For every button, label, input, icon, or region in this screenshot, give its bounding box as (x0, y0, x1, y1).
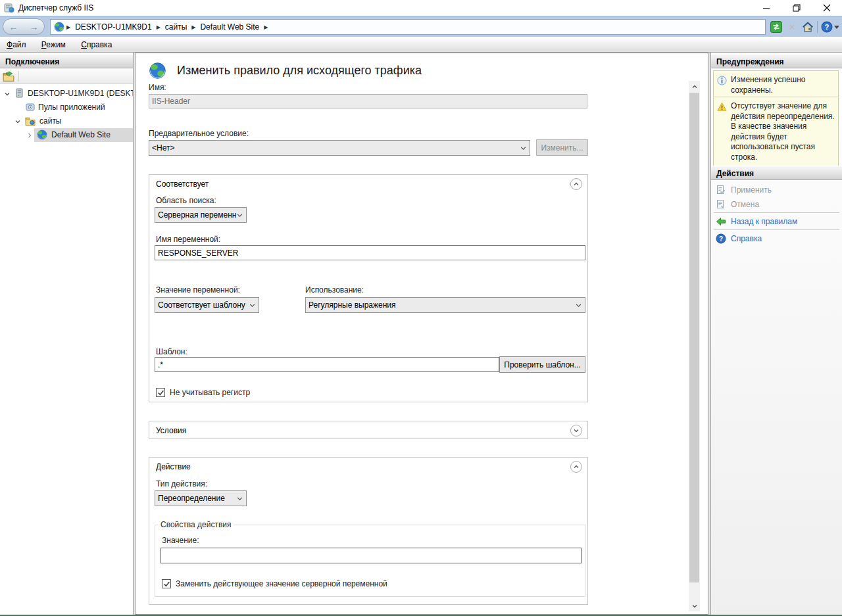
scope-select[interactable]: Серверная переменн (155, 207, 247, 223)
menu-view[interactable]: Режим (35, 37, 72, 49)
checkmark-icon (163, 580, 170, 588)
chevron-down-icon[interactable] (14, 118, 21, 124)
variable-name-input[interactable] (155, 245, 585, 260)
variable-name-label: Имя переменной: (156, 235, 220, 244)
actions-sidebar: Предупреждения Изменения успешно сохране… (710, 53, 842, 615)
minimize-button[interactable] (751, 0, 781, 16)
actions-separator (714, 212, 839, 213)
chevron-up-icon (691, 83, 698, 90)
action-properties-group: Свойства действия Значение: Заменить дей… (155, 520, 585, 597)
iis-app-icon (4, 3, 14, 13)
breadcrumb-item-sites[interactable]: сайты (162, 22, 190, 32)
cancel-label: Отмена (731, 200, 759, 209)
pattern-label: Шаблон: (156, 347, 187, 356)
checkmark-icon (157, 389, 164, 396)
variable-value-label: Значение переменной: (156, 285, 240, 295)
name-label: Имя: (149, 83, 166, 92)
work-area: Подключения DESKTOP-U1MK9D1 (DESKTOP (0, 53, 842, 616)
replace-checkbox[interactable] (162, 579, 171, 588)
cancel-action: Отмена (712, 197, 841, 211)
tree-item-server[interactable]: DESKTOP-U1MK9D1 (DESKTOP (0, 87, 133, 101)
svg-text:?: ? (825, 23, 830, 31)
toolbar-separator (817, 21, 818, 33)
vertical-scrollbar[interactable] (689, 81, 700, 611)
svg-text:?: ? (719, 235, 723, 242)
breadcrumb-item-default-web-site[interactable]: Default Web Site (197, 22, 262, 32)
close-button[interactable] (812, 0, 842, 16)
tree-item-label: Пулы приложений (38, 103, 105, 112)
conditions-section: Условия (149, 421, 588, 439)
variable-value-select[interactable]: Соответствует шаблону (155, 297, 259, 313)
match-section-title: Соответствует (156, 179, 209, 189)
globe-icon (54, 22, 64, 32)
action-properties-title: Свойства действия (158, 520, 234, 529)
precondition-select[interactable]: <Нет> (149, 140, 530, 156)
tree-item-label: DESKTOP-U1MK9D1 (DESKTOP (28, 89, 133, 98)
breadcrumb-item-server[interactable]: DESKTOP-U1MK9D1 (72, 22, 154, 32)
restore-button[interactable] (781, 0, 812, 16)
scrollbar-up-arrow[interactable] (689, 81, 700, 92)
help-dropdown-caret[interactable] (834, 26, 839, 29)
home-icon[interactable] (801, 20, 814, 34)
connections-toolbar (0, 68, 133, 84)
action-value-input[interactable] (161, 548, 582, 563)
connections-tree: DESKTOP-U1MK9D1 (DESKTOP Пулы приложений… (0, 84, 133, 142)
chevron-down-icon (691, 603, 698, 609)
actions-header: Действия (711, 166, 842, 180)
apply-action: Применить (712, 183, 841, 197)
chevron-down-icon (236, 212, 243, 219)
help-icon[interactable]: ? (820, 20, 833, 34)
ignore-case-checkbox[interactable] (156, 388, 165, 397)
value-label: Значение: (162, 536, 199, 545)
scrollbar-thumb[interactable] (689, 93, 699, 582)
menu-help[interactable]: Справка (74, 37, 118, 49)
chevron-up-icon (573, 181, 580, 187)
conditions-section-title: Условия (156, 426, 186, 435)
apply-label: Применить (731, 185, 772, 195)
collapse-section-button[interactable] (570, 461, 582, 473)
using-select[interactable]: Регулярные выражения (305, 297, 585, 313)
breadcrumb-arrow-icon: ▶ (64, 24, 72, 30)
pattern-input[interactable] (155, 357, 499, 372)
chevron-down-icon (520, 145, 527, 152)
restart-icon[interactable] (770, 20, 783, 34)
info-icon (717, 76, 727, 95)
edit-precondition-button: Изменить... (536, 139, 588, 156)
chevron-down-icon (573, 427, 580, 434)
scrollbar-down-arrow[interactable] (689, 600, 700, 611)
expand-section-button[interactable] (570, 425, 582, 437)
forward-icon: → (30, 22, 39, 32)
action-type-select[interactable]: Переопределение (155, 490, 247, 506)
warning-icon (717, 102, 727, 163)
application-pools-icon (25, 102, 36, 112)
breadcrumb-arrow-icon: ▶ (262, 24, 270, 30)
tree-item-sites[interactable]: сайты (0, 114, 133, 128)
chevron-right-icon[interactable] (26, 131, 33, 138)
back-to-rules-link[interactable]: Назад к правилам (712, 214, 841, 228)
create-connection-icon[interactable] (3, 70, 14, 82)
back-icon: ← (9, 22, 18, 32)
cancel-icon (716, 199, 726, 210)
chevron-down-icon (575, 302, 582, 309)
menu-file[interactable]: Файл (0, 37, 33, 49)
address-toolbar: ← → ▶ DESKTOP-U1MK9D1 ▶ сайты ▶ Default … (0, 16, 842, 37)
using-label: Использование: (305, 285, 364, 295)
chevron-down-icon (249, 302, 256, 309)
toolbar-separator (18, 71, 19, 82)
tree-item-label: сайты (39, 116, 62, 126)
chevron-down-icon[interactable] (4, 90, 11, 97)
stop-icon: ✕ (785, 20, 799, 34)
window-title: Диспетчер служб IIS (18, 3, 93, 12)
chevron-down-icon (236, 495, 243, 502)
tree-item-application-pools[interactable]: Пулы приложений (0, 101, 133, 114)
test-pattern-button[interactable]: Проверить шаблон... (499, 356, 585, 373)
edit-outbound-rule-page: Изменить правило для исходящего трафика … (135, 53, 708, 615)
sites-folder-icon (25, 116, 36, 126)
tree-item-default-web-site[interactable]: Default Web Site (0, 128, 133, 142)
collapse-section-button[interactable] (570, 178, 582, 190)
help-label: Справка (731, 234, 762, 243)
menu-bar: Файл Режим Справка (0, 37, 842, 53)
page-title: Изменить правило для исходящего трафика (177, 64, 422, 78)
action-section: Действие Тип действия: Переопределение С… (149, 457, 588, 605)
help-link[interactable]: ? Справка (712, 231, 841, 245)
